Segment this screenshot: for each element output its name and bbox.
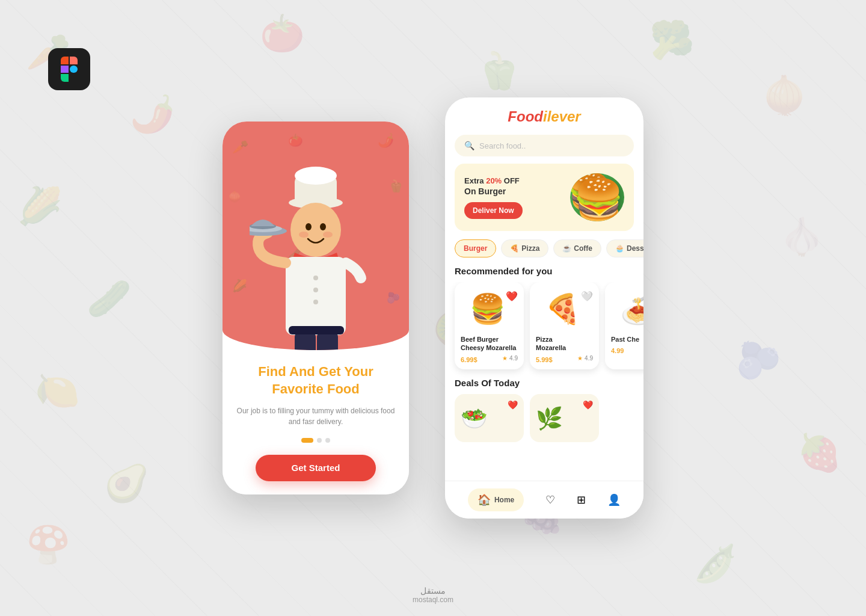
nav-profile[interactable]: 👤 — [607, 493, 621, 507]
svg-point-3 — [290, 203, 341, 257]
pagination-dots — [301, 438, 330, 443]
pizza-rating-value: 4.9 — [585, 355, 593, 362]
watermark: مستقل mostaql.com — [413, 586, 453, 604]
brand-header: Foodilever — [445, 97, 643, 130]
food-card-pasta[interactable]: 🍝 Past Che 4.99 — [605, 282, 643, 369]
pizza-price: 5.99$ — [536, 356, 553, 363]
dessert-label: Dess — [627, 244, 643, 253]
main-phones-container: 🥕 🍅 🌶️ 🧅 🫑 🌽 🫐 🥒 — [198, 73, 668, 543]
burger-label: Burger — [464, 244, 487, 253]
phone2-content: Foodilever 🔍 Search food.. Extra 20% OFF… — [445, 97, 643, 481]
promo-text: Extra 20% OFF On Burger Deliver Now — [464, 176, 523, 219]
search-placeholder: Search food.. — [479, 141, 526, 150]
phone1-bottom-section: Find And Get Your Favorite Food Our job … — [223, 350, 409, 494]
svg-rect-16 — [317, 332, 338, 350]
coffee-label: Coffe — [574, 244, 592, 253]
food-card-pizza[interactable]: 🍕 🤍 PizzaMozarella 5.99$ ★ 4.9 — [530, 282, 599, 369]
pizza-label: Pizza — [521, 244, 539, 253]
onboarding-subtitle: Our job is to filling your tummy with de… — [235, 405, 397, 427]
promo-burger-image: 🍔 — [570, 173, 624, 221]
onboarding-title: Find And Get Your Favorite Food — [258, 363, 373, 398]
deliver-now-button[interactable]: Deliver Now — [464, 202, 523, 219]
brand-food-text: Food — [508, 108, 543, 125]
search-icon: 🔍 — [464, 141, 474, 150]
phone1-top-section: 🥕 🍅 🌶️ 🧅 🫑 🌽 🫐 🥒 — [223, 122, 409, 350]
dot-3 — [325, 438, 330, 443]
beef-burger-name: Beef BurgerCheesy Mozarella — [461, 335, 518, 353]
deal1-heart[interactable]: ❤️ — [508, 400, 518, 410]
svg-rect-15 — [295, 332, 316, 350]
category-coffee[interactable]: ☕ Coffe — [553, 239, 601, 257]
phone1-onboarding: 🥕 🍅 🌶️ 🧅 🫑 🌽 🫐 🥒 — [223, 122, 409, 494]
svg-point-2 — [295, 167, 337, 185]
promo-percent: 20% — [486, 176, 502, 185]
coffee-icon: ☕ — [562, 244, 571, 253]
pizza-icon: 🍕 — [510, 244, 519, 253]
menu-icon: ⊞ — [577, 493, 586, 507]
extra-text: Extra — [464, 176, 484, 185]
deals-cards-row: ❤️ 🥗 ❤️ 🌿 — [445, 394, 643, 442]
food-card-beef-burger[interactable]: 🍔 ❤️ Beef BurgerCheesy Mozarella 6.99$ ★… — [455, 282, 524, 369]
star-icon: ★ — [502, 355, 508, 362]
pasta-image: 🍝 — [611, 288, 643, 330]
food-categories: Burger 🍕 Pizza ☕ Coffe 🧁 Dess — [445, 239, 643, 266]
title-highlight: Favorite — [272, 381, 324, 396]
figma-icon — [48, 48, 90, 90]
deal-card-2[interactable]: ❤️ 🌿 — [530, 394, 599, 442]
star-icon-2: ★ — [577, 355, 583, 362]
pasta-name: Past Che — [611, 335, 643, 343]
dot-1 — [301, 438, 313, 443]
category-dessert[interactable]: 🧁 Dess — [606, 239, 643, 257]
nav-menu[interactable]: ⊞ — [577, 493, 586, 507]
phone2-food-app: Foodilever 🔍 Search food.. Extra 20% OFF… — [445, 97, 643, 519]
brand-lever-text: lever — [547, 108, 581, 125]
brand-i-text: i — [543, 108, 547, 125]
chef-illustration — [250, 164, 382, 350]
svg-point-6 — [299, 232, 309, 238]
beef-burger-price: 6.99$ — [461, 356, 478, 363]
pizza-heart[interactable]: 🤍 — [581, 291, 593, 302]
nav-favorites[interactable]: ♡ — [545, 493, 555, 507]
pasta-price: 4.99 — [611, 347, 624, 354]
profile-icon: 👤 — [607, 493, 621, 507]
svg-point-10 — [313, 288, 318, 292]
promo-banner: Extra 20% OFF On Burger Deliver Now 🍔 — [455, 164, 634, 231]
svg-point-9 — [313, 276, 318, 280]
deal-card-1[interactable]: ❤️ 🥗 — [455, 394, 524, 442]
svg-point-11 — [313, 300, 318, 304]
category-burger[interactable]: Burger — [455, 239, 496, 257]
dessert-icon: 🧁 — [615, 244, 624, 253]
recommended-cards-row: 🍔 ❤️ Beef BurgerCheesy Mozarella 6.99$ ★… — [445, 282, 643, 378]
promo-off: OFF — [504, 176, 520, 185]
beef-burger-rating: ★ 4.9 — [502, 355, 518, 362]
pasta-meta: 4.99 — [611, 345, 643, 354]
get-started-button[interactable]: Get Started — [256, 455, 376, 481]
deal2-heart[interactable]: ❤️ — [583, 400, 593, 410]
watermark-arabic: مستقل — [413, 586, 453, 596]
bottom-navigation: 🏠 Home ♡ ⊞ 👤 — [445, 481, 643, 519]
beef-burger-heart[interactable]: ❤️ — [506, 291, 518, 302]
title-line1: Find And Get Your — [258, 364, 373, 379]
pizza-meta: 5.99$ ★ 4.9 — [536, 354, 593, 363]
svg-point-4 — [306, 223, 312, 230]
nav-home[interactable]: 🏠 Home — [468, 488, 524, 511]
dot-2 — [317, 438, 322, 443]
category-pizza[interactable]: 🍕 Pizza — [501, 239, 548, 257]
promo-item: On Burger — [464, 186, 523, 196]
favorites-icon: ♡ — [545, 493, 555, 507]
svg-point-5 — [320, 223, 326, 230]
search-bar[interactable]: 🔍 Search food.. — [455, 135, 634, 156]
home-icon: 🏠 — [478, 493, 491, 507]
svg-rect-8 — [286, 257, 346, 335]
home-label: Home — [494, 496, 514, 504]
title-food: Food — [327, 381, 360, 396]
deals-section-title: Deals Of Today — [445, 378, 643, 394]
svg-rect-17 — [289, 326, 344, 334]
watermark-latin: mostaql.com — [413, 596, 453, 604]
pizza-rating: ★ 4.9 — [577, 355, 593, 362]
beef-burger-rating-value: 4.9 — [509, 355, 518, 362]
recommended-section-title: Recommended for you — [445, 266, 643, 282]
pizza-name: PizzaMozarella — [536, 335, 593, 353]
svg-point-7 — [323, 232, 333, 238]
brand-logo: Foodilever — [457, 108, 631, 125]
